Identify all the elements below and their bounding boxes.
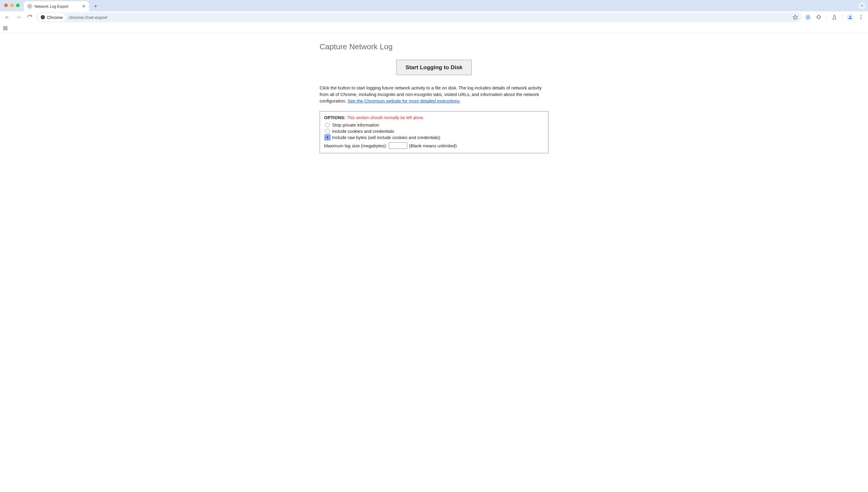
radio-input-include-raw-bytes[interactable] [325, 135, 330, 140]
new-tab-button[interactable]: + [92, 2, 100, 10]
radio-label: Strip private information [332, 122, 379, 127]
apps-grid-icon[interactable] [3, 26, 8, 31]
start-logging-button[interactable]: Start Logging to Disk [396, 60, 472, 75]
max-size-label: Maximum log size (megabytes): [324, 143, 387, 148]
browser-toolbar: Chrome chrome://net-export [0, 11, 868, 23]
instructions-link[interactable]: See the Chromium website for more detail… [348, 98, 460, 103]
svg-point-6 [42, 17, 43, 18]
fullscreen-window-button[interactable] [16, 4, 20, 7]
site-chip[interactable]: Chrome [38, 13, 66, 21]
svg-point-10 [849, 16, 851, 17]
svg-point-13 [861, 19, 862, 19]
site-chip-label: Chrome [47, 15, 63, 20]
back-button[interactable] [2, 13, 12, 22]
tab-overflow-button[interactable] [859, 2, 866, 9]
menu-button[interactable] [856, 13, 866, 22]
toolbar-separator [826, 14, 827, 20]
options-label: OPTIONS: [324, 115, 346, 120]
chrome-icon [41, 15, 45, 20]
svg-marker-7 [793, 15, 798, 19]
window-controls [4, 4, 20, 7]
radio-label: Include cookies and credentials [332, 129, 394, 134]
svg-point-12 [861, 17, 862, 18]
extensions-icon[interactable] [814, 13, 823, 22]
options-panel: OPTIONS: This section should normally be… [320, 111, 548, 153]
radio-strip-private[interactable]: Strip private information [325, 122, 544, 127]
radio-include-raw-bytes[interactable]: Include raw bytes (will include cookies … [325, 135, 544, 140]
radio-input-strip-private[interactable] [325, 123, 330, 127]
url-text: chrome://net-export [69, 15, 107, 20]
forward-button[interactable] [14, 13, 23, 22]
minimize-window-button[interactable] [10, 4, 14, 7]
address-bar[interactable]: Chrome chrome://net-export [36, 12, 801, 22]
labs-icon[interactable] [830, 13, 839, 22]
svg-rect-17 [6, 28, 7, 30]
reload-button[interactable] [25, 13, 34, 22]
browser-tab[interactable]: Network Log Export ✕ [24, 1, 89, 11]
svg-rect-15 [6, 26, 7, 28]
tab-title: Network Log Export [34, 4, 68, 8]
close-tab-icon[interactable]: ✕ [82, 4, 85, 8]
svg-point-9 [808, 16, 809, 18]
description-text: Click the button to start logging future… [320, 85, 548, 104]
page-title: Capture Network Log [320, 42, 548, 51]
bookmarks-bar [0, 23, 868, 33]
max-size-hint: (Blank means unlimited) [409, 143, 457, 148]
globe-icon [27, 4, 32, 8]
description-end: . [460, 98, 461, 103]
options-warning: This section should normally be left alo… [347, 115, 424, 120]
bookmark-star-icon[interactable] [793, 15, 798, 20]
radio-label: Include raw bytes (will include cookies … [332, 135, 440, 140]
max-size-input[interactable] [389, 142, 407, 149]
toolbar-actions [803, 13, 866, 22]
close-window-button[interactable] [4, 4, 8, 7]
max-log-size-row: Maximum log size (megabytes): (Blank mea… [324, 142, 544, 149]
svg-rect-16 [4, 28, 5, 30]
profile-sync-icon[interactable] [803, 13, 813, 22]
radio-input-include-cookies[interactable] [325, 129, 330, 133]
svg-rect-14 [4, 26, 5, 28]
profile-avatar[interactable] [845, 13, 855, 22]
radio-include-cookies[interactable]: Include cookies and credentials [325, 129, 544, 134]
tab-strip: Network Log Export ✕ + [0, 0, 868, 11]
page-content: Capture Network Log Start Logging to Dis… [0, 33, 868, 162]
svg-point-11 [861, 15, 862, 16]
